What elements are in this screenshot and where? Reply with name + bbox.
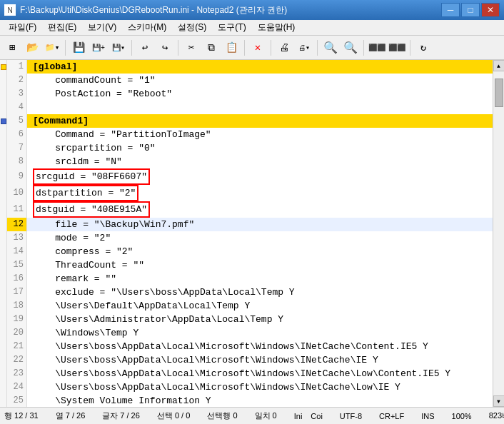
menu-file[interactable]: 파일(F) bbox=[3, 20, 42, 35]
status-filesize: 823바이트 bbox=[489, 410, 504, 421]
toolbar-undo[interactable]: ↩ bbox=[136, 39, 154, 57]
line-indicator bbox=[0, 60, 7, 74]
menu-schema[interactable]: 스키마(M) bbox=[122, 20, 172, 35]
line-content[interactable]: \Users\Administrator\AppData\Local\Temp … bbox=[27, 313, 493, 326]
line-content[interactable]: exclude = "\Users\boss\AppData\Local\Tem… bbox=[27, 286, 493, 299]
line-indicator bbox=[0, 340, 7, 353]
line-content[interactable]: PostAction = "Reboot" bbox=[27, 87, 493, 101]
table-row: 6 Command = "PartitionToImage" bbox=[0, 128, 493, 141]
line-number: 19 bbox=[7, 313, 27, 326]
toolbar-open2[interactable]: 📁▾ bbox=[43, 39, 61, 57]
line-number: 14 bbox=[7, 245, 27, 258]
status-row: 행 12 / 31 bbox=[4, 410, 39, 421]
line-indicator bbox=[0, 258, 7, 272]
toolbar-copy[interactable]: ⧉ bbox=[202, 39, 221, 57]
line-number: 11 bbox=[7, 201, 27, 218]
line-content[interactable]: file = "\Backup\Win7.pmf" bbox=[27, 218, 493, 231]
editor-area: 1[global]2 commandCount = "1"3 PostActio… bbox=[0, 60, 504, 407]
line-number: 9 bbox=[7, 168, 27, 185]
table-row: 2 commandCount = "1" bbox=[0, 74, 493, 87]
toolbar-paste[interactable]: 📋 bbox=[222, 39, 241, 57]
vertical-scrollbar[interactable]: ▲ ▼ bbox=[493, 60, 504, 407]
line-content[interactable]: \System Volume Information Y bbox=[27, 394, 493, 407]
toolbar-delete[interactable]: ✕ bbox=[248, 39, 267, 57]
menu-view[interactable]: 보기(V) bbox=[82, 20, 122, 35]
toolbar-sep-6 bbox=[317, 40, 318, 56]
line-content[interactable]: \Users\boss\AppData\Local\Microsoft\Wind… bbox=[27, 340, 493, 353]
menu-help[interactable]: 도움말(H) bbox=[252, 20, 301, 35]
toolbar-sep-7 bbox=[363, 40, 364, 56]
toolbar-cut[interactable]: ✂ bbox=[182, 39, 201, 57]
toolbar-print[interactable]: 🖨 bbox=[275, 39, 293, 57]
table-row: 16 remark = "" bbox=[0, 272, 493, 286]
menu-bar: 파일(F) 편집(E) 보기(V) 스키마(M) 설정(S) 도구(T) 도움말… bbox=[0, 20, 504, 36]
status-coi: Coi bbox=[311, 412, 323, 420]
line-content[interactable]: mode = "2" bbox=[27, 231, 493, 245]
line-content[interactable]: srcguid = "08FF6607" bbox=[27, 168, 493, 185]
line-number: 8 bbox=[7, 155, 27, 168]
line-number: 25 bbox=[7, 394, 27, 407]
line-indicator bbox=[0, 380, 7, 394]
toolbar-sep-2 bbox=[131, 40, 132, 56]
toolbar-print2[interactable]: 🖨▾ bbox=[295, 39, 313, 57]
line-content[interactable]: commandCount = "1" bbox=[27, 74, 493, 87]
line-number: 22 bbox=[7, 353, 27, 367]
line-content[interactable]: remark = "" bbox=[27, 272, 493, 286]
line-content[interactable]: Command = "PartitionToImage" bbox=[27, 128, 493, 141]
toolbar-save2[interactable]: 💾+ bbox=[89, 39, 108, 57]
minimize-button[interactable]: ─ bbox=[441, 3, 460, 17]
line-number: 10 bbox=[7, 185, 27, 201]
line-content[interactable]: [Command1] bbox=[27, 114, 493, 128]
scroll-up-button[interactable]: ▲ bbox=[493, 60, 505, 71]
toolbar-zoomin[interactable]: 🔍 bbox=[341, 39, 360, 57]
line-number: 16 bbox=[7, 272, 27, 286]
toolbar-save[interactable]: 💾 bbox=[69, 39, 88, 57]
line-content[interactable]: \Users\boss\AppData\Local\Microsoft\Wind… bbox=[27, 380, 493, 394]
line-indicator bbox=[0, 201, 7, 218]
toolbar-wrap[interactable]: ⬛⬛ bbox=[368, 39, 386, 57]
status-sellines: 선택행 0 bbox=[207, 410, 237, 421]
close-button[interactable]: ✕ bbox=[481, 3, 500, 17]
toolbar-open[interactable]: 📂 bbox=[23, 39, 41, 57]
line-content[interactable]: ThreadCount = "" bbox=[27, 258, 493, 272]
table-row: 15 ThreadCount = "" bbox=[0, 258, 493, 272]
line-content[interactable]: \Users\Default\AppData\Local\Temp Y bbox=[27, 299, 493, 313]
line-number: 1 bbox=[7, 60, 27, 74]
toolbar-refresh[interactable]: ↻ bbox=[414, 39, 433, 57]
line-content[interactable]: dstguid = "408E915A" bbox=[27, 201, 493, 218]
toolbar-redo[interactable]: ↪ bbox=[156, 39, 174, 57]
table-row: 1[global] bbox=[0, 60, 493, 74]
menu-settings[interactable]: 설정(S) bbox=[172, 20, 212, 35]
line-number: 18 bbox=[7, 299, 27, 313]
menu-edit[interactable]: 편집(E) bbox=[42, 20, 82, 35]
toolbar-wrap2[interactable]: ⬛⬛ bbox=[388, 39, 406, 57]
line-content[interactable]: \Users\boss\AppData\Local\Microsoft\Wind… bbox=[27, 367, 493, 380]
scrollbar-thumb[interactable] bbox=[495, 79, 503, 107]
table-row: 18 \Users\Default\AppData\Local\Temp Y bbox=[0, 299, 493, 313]
line-content[interactable]: \Users\boss\AppData\Local\Microsoft\Wind… bbox=[27, 353, 493, 367]
table-row: 10 dstpartition = "2" bbox=[0, 185, 493, 201]
line-content[interactable]: dstpartition = "2" bbox=[27, 185, 493, 201]
line-indicator bbox=[0, 101, 7, 114]
line-indicator bbox=[0, 299, 7, 313]
toolbar-new[interactable]: ⊞ bbox=[3, 39, 21, 57]
line-content[interactable] bbox=[27, 101, 493, 114]
line-content[interactable]: \Windows\Temp Y bbox=[27, 326, 493, 340]
scroll-down-button[interactable]: ▼ bbox=[493, 395, 505, 407]
line-content[interactable]: srcpartition = "0" bbox=[27, 141, 493, 155]
window-title: F:\Backup\Util\DiskGenius\DGRebootRun.in… bbox=[20, 4, 287, 16]
editor-lines[interactable]: 1[global]2 commandCount = "1"3 PostActio… bbox=[0, 60, 493, 407]
line-content[interactable]: srcldm = "N" bbox=[27, 155, 493, 168]
line-number: 13 bbox=[7, 231, 27, 245]
toolbar-zoomout[interactable]: 🔍 bbox=[321, 39, 340, 57]
menu-tools[interactable]: 도구(T) bbox=[212, 20, 251, 35]
line-number: 17 bbox=[7, 286, 27, 299]
line-content[interactable]: compress = "2" bbox=[27, 245, 493, 258]
toolbar-save3[interactable]: 💾▾ bbox=[109, 39, 128, 57]
line-number: 6 bbox=[7, 128, 27, 141]
line-number: 2 bbox=[7, 74, 27, 87]
scrollbar-track[interactable] bbox=[494, 71, 504, 395]
maximize-button[interactable]: □ bbox=[461, 3, 480, 17]
line-content[interactable]: [global] bbox=[27, 60, 493, 74]
line-number: 7 bbox=[7, 141, 27, 155]
